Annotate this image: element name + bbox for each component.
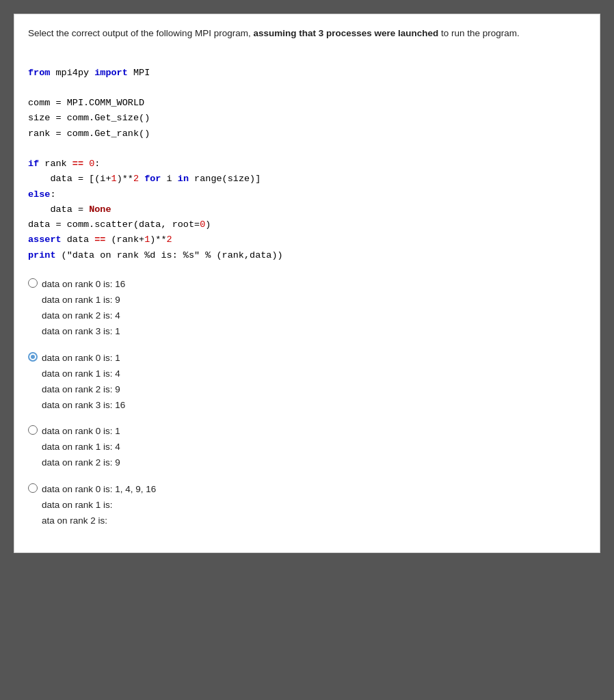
option-d[interactable]: data on rank 0 is: 1, 4, 9, 16 data on r…	[28, 482, 586, 529]
option-b-line-3: data on rank 2 is: 9	[42, 382, 125, 398]
option-c-line-1: data on rank 0 is: 1	[42, 424, 120, 440]
option-a-lines: data on rank 0 is: 16 data on rank 1 is:…	[42, 277, 125, 340]
option-a-line-1: data on rank 0 is: 16	[42, 277, 125, 293]
option-c[interactable]: data on rank 0 is: 1 data on rank 1 is: …	[28, 424, 586, 471]
option-c-line-2: data on rank 1 is: 4	[42, 440, 120, 455]
option-d-lines: data on rank 0 is: 1, 4, 9, 16 data on r…	[42, 482, 156, 529]
option-b-radio[interactable]	[28, 352, 38, 362]
option-b-line-1: data on rank 0 is: 1	[42, 351, 125, 366]
option-b-line-2: data on rank 1 is: 4	[42, 366, 125, 382]
option-a-line-2: data on rank 1 is: 9	[42, 293, 125, 308]
option-d-line-3: ata on rank 2 is:	[42, 513, 156, 529]
option-a-radio[interactable]	[28, 278, 38, 288]
code-block: from mpi4py import MPI comm = MPI.COMM_W…	[28, 50, 586, 263]
option-c-radio[interactable]	[28, 425, 38, 435]
option-a[interactable]: data on rank 0 is: 16 data on rank 1 is:…	[28, 277, 586, 340]
option-c-lines: data on rank 0 is: 1 data on rank 1 is: …	[42, 424, 120, 471]
option-b-lines: data on rank 0 is: 1 data on rank 1 is: …	[42, 351, 125, 414]
question-text: Select the correct output of the followi…	[28, 27, 586, 40]
option-d-radio[interactable]	[28, 483, 38, 493]
option-d-line-2: data on rank 1 is:	[42, 498, 156, 513]
option-a-line-3: data on rank 2 is: 4	[42, 308, 125, 324]
option-a-line-4: data on rank 3 is: 1	[42, 324, 125, 340]
option-d-line-1: data on rank 0 is: 1, 4, 9, 16	[42, 482, 156, 498]
option-b-line-4: data on rank 3 is: 16	[42, 398, 125, 414]
option-b[interactable]: data on rank 0 is: 1 data on rank 1 is: …	[28, 351, 586, 414]
question-card: Select the correct output of the followi…	[14, 14, 600, 553]
option-c-line-3: data on rank 2 is: 9	[42, 455, 120, 471]
options-section: data on rank 0 is: 16 data on rank 1 is:…	[28, 277, 586, 529]
